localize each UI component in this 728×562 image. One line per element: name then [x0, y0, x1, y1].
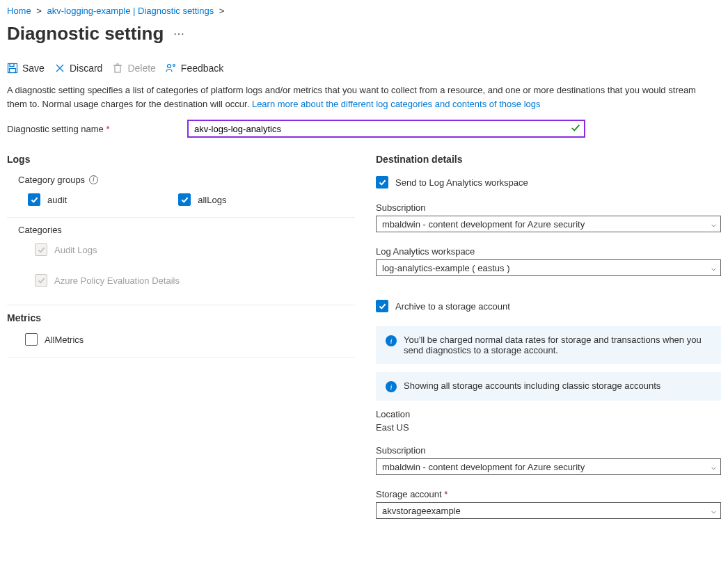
info-banner-charges: i You'll be charged normal data rates fo… — [376, 326, 721, 364]
alllogs-checkbox[interactable] — [178, 193, 191, 206]
auditlogs-label: Audit Logs — [54, 245, 97, 255]
more-actions-icon[interactable]: ⋯ — [173, 27, 184, 40]
chevron-right-icon: > — [36, 6, 42, 16]
azurepolicy-label: Azure Policy Evaluation Details — [54, 275, 180, 286]
valid-check-icon — [571, 123, 580, 135]
svg-rect-1 — [10, 64, 14, 67]
chevron-down-icon: ⌵ — [711, 220, 716, 229]
divider — [7, 357, 355, 358]
divider — [7, 217, 355, 218]
allmetrics-checkbox[interactable] — [25, 333, 38, 346]
info-icon: i — [386, 335, 397, 346]
location-label: Location — [376, 409, 721, 419]
svg-rect-2 — [10, 69, 16, 73]
description-text: A diagnostic setting specifies a list of… — [7, 83, 703, 111]
logs-heading: Logs — [7, 154, 355, 165]
feedback-label: Feedback — [181, 63, 223, 74]
toolbar: Save Discard Delete Feedback — [7, 60, 721, 83]
chevron-down-icon: ⌵ — [711, 264, 716, 273]
breadcrumb-home[interactable]: Home — [7, 6, 31, 16]
location-value: East US — [376, 422, 721, 433]
storage-account-label: Storage account * — [376, 489, 721, 499]
archive-checkbox[interactable] — [376, 300, 388, 312]
setting-name-input[interactable] — [188, 120, 585, 137]
svg-point-9 — [173, 65, 175, 67]
page-title: Diagnostic setting — [7, 23, 164, 45]
delete-button: Delete — [112, 63, 155, 74]
la-workspace-select[interactable]: log-analytics-example ( eastus ) ⌵ — [376, 259, 721, 276]
subscription2-label: Subscription — [376, 445, 721, 456]
info-banner-storage: i Showing all storage accounts including… — [376, 372, 721, 401]
la-workspace-value: log-analytics-example ( eastus ) — [382, 263, 510, 273]
info-storage-text: Showing all storage accounts including c… — [404, 380, 660, 391]
metrics-heading: Metrics — [7, 312, 355, 323]
subscription-value: mbaldwin - content development for Azure… — [382, 219, 585, 230]
subscription-select[interactable]: mbaldwin - content development for Azure… — [376, 216, 721, 232]
discard-button[interactable]: Discard — [54, 63, 102, 74]
save-label: Save — [22, 63, 45, 74]
delete-label: Delete — [127, 63, 155, 74]
subscription2-select[interactable]: mbaldwin - content development for Azure… — [376, 458, 721, 475]
learn-more-link[interactable]: Learn more about the different log categ… — [252, 99, 541, 109]
storage-account-value: akvstorageexample — [382, 506, 461, 516]
audit-checkbox[interactable] — [28, 193, 40, 206]
allmetrics-label: AllMetrics — [45, 335, 84, 345]
discard-label: Discard — [70, 63, 102, 74]
breadcrumb: Home > akv-logging-example | Diagnostic … — [7, 6, 721, 16]
info-icon[interactable] — [89, 175, 98, 184]
breadcrumb-resource[interactable]: akv-logging-example | Diagnostic setting… — [47, 6, 214, 16]
storage-account-select[interactable]: akvstorageexample ⌵ — [376, 502, 721, 519]
feedback-button[interactable]: Feedback — [166, 63, 223, 74]
svg-point-8 — [167, 65, 171, 68]
destination-heading: Destination details — [376, 154, 721, 165]
send-la-checkbox[interactable] — [376, 176, 388, 188]
info-charges-text: You'll be charged normal data rates for … — [404, 335, 711, 355]
save-icon — [7, 63, 18, 74]
delete-icon — [112, 63, 123, 74]
info-icon: i — [386, 381, 397, 392]
save-button[interactable]: Save — [7, 63, 45, 74]
svg-rect-5 — [115, 65, 120, 72]
feedback-icon — [166, 63, 177, 74]
azurepolicy-checkbox — [35, 274, 47, 287]
send-la-label: Send to Log Analytics workspace — [395, 177, 528, 188]
divider — [7, 305, 355, 305]
audit-label: audit — [47, 195, 67, 205]
categories-label: Categories — [18, 225, 355, 235]
chevron-right-icon: > — [219, 6, 225, 16]
alllogs-label: allLogs — [198, 195, 226, 205]
la-workspace-label: Log Analytics workspace — [376, 246, 721, 257]
auditlogs-checkbox — [35, 243, 47, 256]
subscription2-value: mbaldwin - content development for Azure… — [382, 462, 585, 472]
chevron-down-icon: ⌵ — [711, 463, 716, 472]
category-groups-label: Category groups — [18, 175, 85, 185]
setting-name-label: Diagnostic setting name * — [7, 124, 181, 134]
archive-label: Archive to a storage account — [395, 301, 510, 312]
chevron-down-icon: ⌵ — [711, 506, 716, 515]
discard-icon — [54, 63, 65, 74]
subscription-label: Subscription — [376, 202, 721, 213]
